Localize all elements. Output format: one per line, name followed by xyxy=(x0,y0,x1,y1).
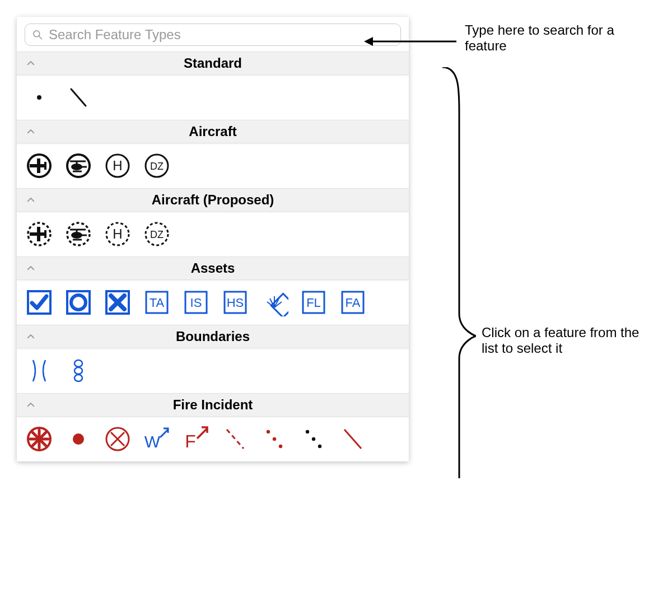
section-body-boundaries xyxy=(17,348,409,393)
asset-check-icon[interactable] xyxy=(25,288,54,317)
svg-point-56 xyxy=(74,375,82,381)
search-box[interactable] xyxy=(25,24,401,46)
point-icon[interactable] xyxy=(25,83,54,112)
fixed-wing-proposed-icon[interactable] xyxy=(25,220,54,249)
chevron-up-icon xyxy=(26,263,36,273)
svg-line-70 xyxy=(227,430,244,449)
section-body-fire: W F xyxy=(17,417,409,461)
chevron-up-icon xyxy=(26,127,36,137)
annotation-list-hint: Click on a feature from the list to sele… xyxy=(482,325,644,356)
svg-point-55 xyxy=(74,367,82,374)
svg-text:W: W xyxy=(144,432,161,451)
svg-line-69 xyxy=(197,428,207,438)
fire-dots-black-icon[interactable] xyxy=(299,424,328,454)
svg-point-76 xyxy=(318,445,321,448)
drop-zone-proposed-icon[interactable]: DZ xyxy=(142,220,171,249)
svg-line-3 xyxy=(71,89,86,106)
annotation-arrow-icon xyxy=(364,30,459,53)
section-body-standard xyxy=(17,75,409,120)
helicopter-icon[interactable] xyxy=(64,151,93,180)
svg-marker-79 xyxy=(364,37,373,46)
svg-point-74 xyxy=(306,430,309,433)
asset-is-icon[interactable]: IS xyxy=(181,288,211,317)
chevron-up-icon xyxy=(26,400,36,410)
helipad-h-icon[interactable]: H xyxy=(103,151,132,180)
section-title: Aircraft xyxy=(25,124,401,139)
fire-circled-x-icon[interactable] xyxy=(103,424,132,454)
section-title: Aircraft (Proposed) xyxy=(25,192,401,208)
section-title: Boundaries xyxy=(25,329,401,344)
svg-text:TA: TA xyxy=(150,296,165,310)
svg-point-23 xyxy=(71,232,82,239)
svg-text:DZ: DZ xyxy=(150,161,164,172)
fixed-wing-icon[interactable] xyxy=(25,151,54,180)
asset-ta-icon[interactable]: TA xyxy=(142,288,171,317)
asset-fa-icon[interactable]: FA xyxy=(338,288,367,317)
fire-w-arrow-icon[interactable]: W xyxy=(142,424,171,454)
svg-text:DZ: DZ xyxy=(150,229,164,240)
asset-hs-icon[interactable]: HS xyxy=(221,288,250,317)
fire-f-arrow-icon[interactable]: F xyxy=(181,424,211,454)
annotation-search-hint: Type here to search for a feature xyxy=(465,22,644,54)
svg-text:H: H xyxy=(113,226,122,241)
svg-point-9 xyxy=(71,164,82,170)
chevron-up-icon xyxy=(26,332,36,342)
boundary-arc-icon[interactable] xyxy=(25,356,54,385)
chevron-up-icon xyxy=(26,58,36,68)
feature-types-panel: Standard Aircraft xyxy=(17,17,409,461)
chevron-up-icon xyxy=(26,195,36,205)
svg-point-34 xyxy=(71,295,86,310)
svg-point-2 xyxy=(37,95,41,100)
boundary-chain-icon[interactable] xyxy=(64,356,93,385)
fire-asterisk-icon[interactable] xyxy=(25,424,54,454)
svg-rect-20 xyxy=(37,227,40,241)
asset-x-icon[interactable] xyxy=(103,288,132,317)
line-icon[interactable] xyxy=(64,83,93,112)
svg-text:HS: HS xyxy=(227,296,244,310)
fire-dot-icon[interactable] xyxy=(64,424,93,454)
search-input[interactable] xyxy=(48,26,394,43)
asset-fan-icon[interactable] xyxy=(260,288,289,317)
svg-text:FL: FL xyxy=(306,296,321,310)
search-container xyxy=(17,17,409,52)
section-header-aircraft[interactable]: Aircraft xyxy=(17,120,409,143)
annotation-brace-icon xyxy=(437,67,476,478)
section-header-standard[interactable]: Standard xyxy=(17,52,409,75)
section-header-aircraft-proposed[interactable]: Aircraft (Proposed) xyxy=(17,188,409,212)
svg-point-54 xyxy=(74,360,82,367)
section-header-boundaries[interactable]: Boundaries xyxy=(17,325,409,348)
helipad-h-proposed-icon[interactable]: H xyxy=(103,220,132,249)
svg-text:FA: FA xyxy=(346,296,361,310)
section-header-assets[interactable]: Assets xyxy=(17,256,409,280)
section-header-fire[interactable]: Fire Incident xyxy=(17,393,409,417)
svg-point-75 xyxy=(312,437,315,441)
svg-line-77 xyxy=(344,430,361,449)
section-title: Assets xyxy=(25,260,401,276)
section-body-assets: TA IS HS xyxy=(17,280,409,325)
drop-zone-icon[interactable]: DZ xyxy=(142,151,171,180)
svg-rect-6 xyxy=(37,158,40,173)
svg-text:F: F xyxy=(185,431,196,451)
svg-point-62 xyxy=(73,433,84,445)
asset-circle-icon[interactable] xyxy=(64,288,93,317)
helicopter-proposed-icon[interactable] xyxy=(64,220,93,249)
svg-point-72 xyxy=(273,437,276,441)
fire-line-red-icon[interactable] xyxy=(338,424,367,454)
asset-fl-icon[interactable]: FL xyxy=(299,288,328,317)
section-title: Standard xyxy=(25,55,401,71)
svg-line-67 xyxy=(160,430,168,437)
svg-rect-21 xyxy=(44,230,46,238)
search-icon xyxy=(32,29,43,40)
svg-rect-7 xyxy=(44,162,46,170)
section-title: Fire Incident xyxy=(25,397,401,413)
fire-dash-red-icon[interactable] xyxy=(221,424,250,454)
svg-point-71 xyxy=(267,430,270,433)
svg-text:H: H xyxy=(113,158,122,173)
section-body-aircraft: H DZ xyxy=(17,143,409,188)
svg-point-73 xyxy=(279,445,282,448)
svg-line-1 xyxy=(39,36,42,39)
section-body-aircraft-proposed: H DZ xyxy=(17,212,409,256)
svg-text:IS: IS xyxy=(190,296,202,310)
fire-dots-red-icon[interactable] xyxy=(260,424,289,454)
